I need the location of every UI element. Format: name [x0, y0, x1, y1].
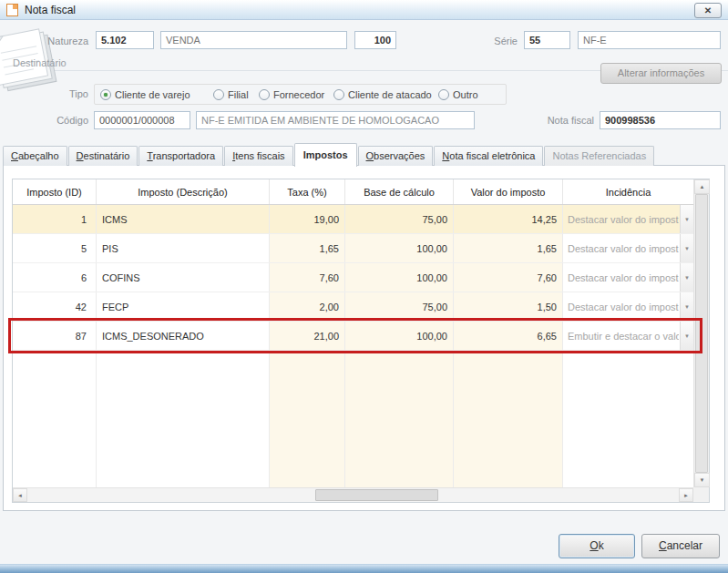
tab-cabecalho[interactable]: Cabeçalho — [3, 146, 67, 166]
grid-filler-column — [563, 351, 693, 487]
grid-filler-column — [270, 351, 345, 487]
grid-header-row: Imposto (ID) Imposto (Descrição) Taxa (%… — [13, 179, 709, 205]
cell-taxa: 1,65 — [270, 234, 345, 262]
close-icon[interactable]: ✕ — [694, 3, 722, 18]
serie-field[interactable]: 55 — [524, 31, 570, 49]
document-icon — [6, 4, 18, 16]
radio-label: Outro — [453, 89, 478, 100]
incidencia-dropdown[interactable]: Destacar valor do imposto ▼ — [563, 263, 693, 292]
cell-taxa: 7,60 — [270, 263, 345, 292]
table-row[interactable]: 5 PIS 1,65 100,00 1,65 Destacar valor do… — [13, 234, 709, 263]
table-row[interactable]: 87 ICMS_DESONERADO 21,00 100,00 6,65 Emb… — [13, 322, 709, 351]
cell-imposto-id: 1 — [13, 205, 97, 233]
incidencia-dropdown[interactable]: Embutir e destacar o valo ▼ — [563, 322, 693, 350]
column-header-base-calculo[interactable]: Base de cálculo — [345, 179, 454, 204]
tab-destinatario[interactable]: Destinatário — [68, 146, 138, 166]
tab-transportadora[interactable]: Transportadora — [138, 146, 223, 166]
radio-outro[interactable]: Outro — [438, 87, 478, 102]
horizontal-scrollbar: ◄ ► — [13, 487, 693, 502]
incidencia-value: Destacar valor do imposto — [568, 243, 679, 254]
dropdown-arrow-icon[interactable]: ▼ — [680, 263, 693, 292]
scroll-right-icon[interactable]: ► — [679, 488, 693, 502]
grid-empty-area — [13, 351, 709, 487]
cell-valor-imposto: 6,65 — [454, 322, 563, 350]
radio-fornecedor[interactable]: Fornecedor — [259, 87, 324, 102]
cell-base-calculo: 75,00 — [345, 205, 454, 233]
scroll-left-icon[interactable]: ◄ — [13, 488, 27, 502]
alterar-informacoes-button: Alterar informações — [600, 63, 722, 84]
impostos-tab-panel: Imposto (ID) Imposto (Descrição) Taxa (%… — [3, 165, 725, 511]
incidencia-value: Destacar valor do imposto — [568, 214, 679, 225]
radio-label: Fornecedor — [273, 89, 324, 100]
cell-imposto-id: 42 — [13, 292, 97, 321]
tipo-radio-group: Cliente de varejo Filial Fornecedor Clie… — [94, 84, 507, 105]
incidencia-dropdown[interactable]: Destacar valor do imposto ▼ — [563, 234, 693, 262]
window-title: Nota fiscal — [25, 4, 76, 16]
cell-valor-imposto: 14,25 — [454, 205, 563, 233]
titlebar: Nota fiscal ✕ — [0, 0, 728, 20]
table-row[interactable]: 1 ICMS 19,00 75,00 14,25 Destacar valor … — [13, 205, 709, 234]
column-header-incidencia[interactable]: Incidência — [563, 179, 693, 204]
cell-imposto-id: 87 — [13, 322, 97, 350]
radio-icon — [259, 89, 270, 100]
cancel-button[interactable]: Cancelar — [641, 534, 720, 558]
codigo-field[interactable]: 0000001/000008 — [94, 111, 190, 129]
serie-type-field[interactable]: NF-E — [578, 31, 721, 49]
natureza-extra-field[interactable]: 100 — [354, 31, 396, 49]
natureza-label: Natureza — [26, 36, 88, 46]
cell-base-calculo: 75,00 — [345, 292, 454, 321]
incidencia-value: Destacar valor do imposto — [568, 272, 679, 283]
cell-taxa: 2,00 — [270, 292, 345, 321]
cell-valor-imposto: 1,50 — [454, 292, 563, 321]
natureza-code-field[interactable]: 5.102 — [96, 31, 154, 49]
radio-cliente-de-atacado[interactable]: Cliente de atacado — [333, 87, 432, 102]
tab-notas-referenciadas: Notas Referenciadas — [544, 146, 654, 166]
tab-nota-fiscal-eletronica[interactable]: Nota fiscal eletrônica — [434, 146, 543, 166]
column-header-imposto-id[interactable]: Imposto (ID) — [13, 179, 97, 204]
cell-base-calculo: 100,00 — [345, 263, 454, 292]
grid-filler-column — [13, 351, 97, 487]
table-row[interactable]: 42 FECP 2,00 75,00 1,50 Destacar valor d… — [13, 292, 709, 322]
column-header-imposto-descricao[interactable]: Imposto (Descrição) — [97, 179, 270, 204]
tab-itens-fiscais[interactable]: Itens fiscais — [224, 146, 292, 166]
radio-label: Cliente de varejo — [115, 89, 190, 100]
scroll-up-icon[interactable]: ▲ — [694, 179, 710, 194]
cell-base-calculo: 100,00 — [345, 234, 454, 262]
radio-filial[interactable]: Filial — [213, 87, 249, 102]
scroll-down-icon[interactable]: ▼ — [694, 473, 710, 487]
vertical-scrollbar: ▲ ▼ — [693, 179, 709, 487]
incidencia-dropdown[interactable]: Destacar valor do imposto ▼ — [563, 292, 693, 321]
cell-imposto-descricao: ICMS_DESONERADO — [97, 322, 270, 350]
dropdown-arrow-icon[interactable]: ▼ — [680, 292, 693, 321]
incidencia-dropdown[interactable]: Destacar valor do imposto ▼ — [563, 205, 693, 233]
incidencia-value: Destacar valor do imposto — [568, 302, 679, 312]
destinatario-group-label: Destinatário — [13, 57, 67, 68]
dropdown-arrow-icon[interactable]: ▼ — [680, 234, 693, 262]
window-bottom-frame — [0, 564, 728, 573]
cell-imposto-id: 6 — [13, 263, 97, 292]
radio-cliente-de-varejo[interactable]: Cliente de varejo — [100, 87, 190, 102]
cell-valor-imposto: 7,60 — [454, 263, 563, 292]
ok-button[interactable]: Ok — [559, 534, 635, 558]
scrollbar-corner — [693, 487, 709, 502]
column-header-taxa[interactable]: Taxa (%) — [270, 179, 345, 204]
radio-icon — [100, 89, 111, 100]
radio-icon — [213, 89, 224, 100]
ambiente-field[interactable]: NF-E EMITIDA EM AMBIENTE DE HOMOLOGACAO — [196, 111, 475, 129]
dropdown-arrow-icon[interactable]: ▼ — [680, 322, 693, 350]
nota-fiscal-number-field[interactable]: 900998536 — [600, 111, 721, 129]
natureza-desc-field[interactable]: VENDA — [160, 31, 347, 49]
table-row[interactable]: 6 COFINS 7,60 100,00 7,60 Destacar valor… — [13, 263, 709, 292]
column-header-valor-imposto[interactable]: Valor do imposto — [454, 179, 563, 204]
cell-imposto-descricao: FECP — [97, 292, 270, 321]
tab-impostos[interactable]: Impostos — [294, 143, 357, 167]
tab-observacoes[interactable]: Observações — [358, 146, 434, 166]
cell-valor-imposto: 1,65 — [454, 234, 563, 262]
cell-taxa: 19,00 — [270, 205, 345, 233]
grid-filler-column — [454, 351, 563, 487]
radio-label: Cliente de atacado — [348, 89, 432, 100]
dropdown-arrow-icon[interactable]: ▼ — [680, 205, 693, 233]
vertical-scrollbar-thumb[interactable] — [695, 194, 708, 473]
incidencia-value: Embutir e destacar o valo — [568, 331, 679, 342]
horizontal-scrollbar-thumb[interactable] — [315, 489, 438, 501]
